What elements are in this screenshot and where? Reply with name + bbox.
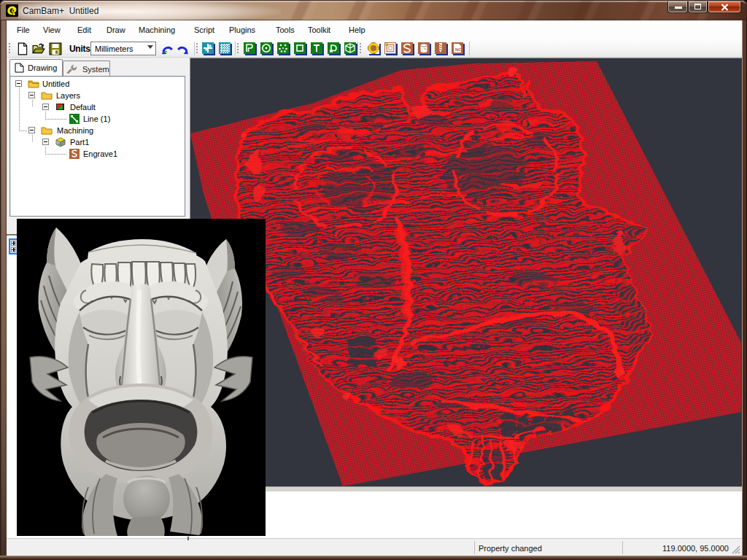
svg-text:NC: NC [455, 47, 462, 52]
